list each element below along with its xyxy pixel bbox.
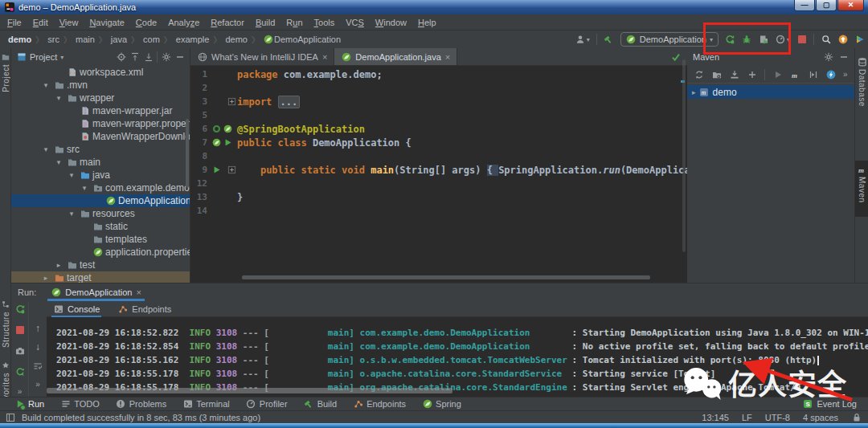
tab-endpoints[interactable]: Endpoints — [116, 301, 173, 317]
toolwindow-button-profiler[interactable]: Profiler — [246, 399, 288, 410]
code-area[interactable]: 1package com.example.demo;23import ...56… — [190, 66, 687, 283]
caret-position[interactable]: 13:145 — [702, 413, 729, 422]
maven-refresh-icon[interactable] — [694, 69, 704, 79]
execute-maven-goal-icon[interactable]: m — [790, 69, 800, 79]
next-occurrence-icon[interactable]: ↓ — [35, 342, 40, 352]
tool-window-tab-database[interactable]: Database — [855, 53, 868, 107]
gear-icon[interactable] — [823, 52, 833, 63]
toolwindow-button-spring[interactable]: Spring — [422, 399, 461, 410]
thread-dump-icon[interactable] — [14, 345, 25, 356]
menu-item-code[interactable]: Code — [130, 18, 162, 27]
gear-icon[interactable] — [161, 52, 171, 63]
editor-tab-demoapplication-java[interactable]: DemoApplication.java× — [334, 48, 457, 65]
console-output[interactable]: 2021-08-29 16:18:52.822 INFO 3108 --- [ … — [47, 317, 868, 397]
toolwindow-button-endpoints[interactable]: Endpoints — [353, 399, 406, 410]
offline-mode-icon[interactable] — [825, 69, 836, 79]
add-maven-project-icon[interactable] — [747, 69, 757, 79]
menu-item-vcs[interactable]: VCS — [340, 18, 370, 27]
menu-item-analyze[interactable]: Analyze — [162, 18, 205, 27]
toolwindow-button-problems[interactable]: Problems — [116, 399, 166, 410]
tree-item-src[interactable]: ▾src — [11, 143, 190, 156]
chevron-down-icon[interactable]: ▾ — [66, 210, 77, 218]
menu-item-tools[interactable]: Tools — [309, 18, 341, 27]
tab-console[interactable]: Console — [51, 301, 101, 317]
skip-tests-icon[interactable] — [808, 69, 818, 79]
breadcrumb-item[interactable]: demo — [225, 35, 248, 44]
editor-vertical-scrollbar[interactable] — [682, 59, 686, 252]
chevron-right-icon[interactable]: ▸ — [692, 88, 696, 96]
tree-item-demoapplication[interactable]: DemoApplication — [11, 194, 190, 207]
rerun-icon[interactable] — [14, 304, 25, 314]
chevron-down-icon[interactable]: ▾ — [40, 81, 51, 89]
tool-window-tab-structure[interactable]: Structure — [0, 299, 11, 348]
menu-item-build[interactable]: Build — [250, 18, 280, 27]
chevron-down-icon[interactable]: ▾ — [79, 184, 90, 192]
run-tab[interactable]: DemoApplication × — [47, 283, 145, 301]
toolwindow-button-terminal[interactable]: Terminal — [182, 399, 230, 410]
update-application-icon[interactable] — [14, 366, 25, 377]
user-icon[interactable] — [575, 35, 586, 45]
tree-item-target[interactable]: ▸target — [11, 271, 190, 283]
menu-item-window[interactable]: Window — [370, 18, 412, 27]
line-separator[interactable]: LF — [742, 413, 752, 422]
tool-window-tab-maven[interactable]: m Maven — [855, 161, 868, 217]
chevron-right-icon[interactable]: ▸ — [53, 261, 64, 269]
menu-item-navigate[interactable]: Navigate — [84, 18, 129, 27]
soft-wrap-icon[interactable] — [33, 361, 43, 371]
toolwindow-button-build[interactable]: Build — [304, 399, 337, 410]
collapse-all-icon[interactable] — [129, 52, 140, 63]
stop-icon[interactable] — [14, 324, 25, 335]
breadcrumb-item[interactable]: java — [111, 35, 127, 44]
breadcrumb-item[interactable]: src — [47, 35, 59, 44]
fold-marker-icon[interactable] — [227, 96, 237, 107]
lock-icon[interactable] — [851, 412, 862, 422]
chevron-right-icon[interactable]: ▸ — [40, 274, 51, 282]
breadcrumb-item[interactable]: example — [176, 35, 210, 44]
menu-item-file[interactable]: File — [2, 18, 27, 27]
editor-tab-what-s-new-in-intellij-idea[interactable]: What's New in IntelliJ IDEA× — [190, 48, 334, 65]
run-arrow-icon[interactable] — [223, 137, 233, 148]
tool-window-tab-project[interactable]: Project — [0, 51, 11, 92]
run-maven-goal-icon[interactable] — [772, 69, 783, 79]
project-scrollbar[interactable] — [186, 119, 189, 188]
build-hammer-icon[interactable] — [604, 35, 614, 45]
fold-marker-icon[interactable] — [227, 165, 237, 175]
minimize-button[interactable]: — — [794, 0, 815, 11]
coverage-button[interactable] — [759, 35, 769, 45]
hide-panel-icon[interactable] — [174, 52, 185, 63]
tool-window-toggle-icon[interactable] — [5, 412, 15, 422]
event-log-button[interactable]: S Event Log — [802, 399, 857, 410]
menu-item-view[interactable]: View — [54, 18, 84, 27]
toolwindow-button-run[interactable]: Run — [14, 399, 44, 410]
more-actions-icon[interactable]: » — [35, 380, 40, 389]
maven-project-row[interactable]: ▸ m demo — [687, 85, 854, 99]
profiler-button[interactable] — [776, 35, 786, 45]
close-button[interactable]: ✕ — [837, 0, 864, 11]
menu-item-edit[interactable]: Edit — [27, 18, 54, 27]
maximize-button[interactable]: ▢ — [816, 0, 837, 11]
tree-item-resources[interactable]: ▾resources — [11, 207, 190, 220]
prev-occurrence-icon[interactable]: ↑ — [35, 324, 40, 333]
file-encoding[interactable]: UTF-8 — [765, 413, 790, 422]
debug-button[interactable] — [742, 35, 752, 45]
chevron-down-icon[interactable]: ▾ — [40, 145, 51, 153]
project-panel-title[interactable]: Project — [30, 52, 57, 62]
menu-item-run[interactable]: Run — [280, 18, 308, 27]
menu-item-help[interactable]: Help — [412, 18, 442, 27]
play-gradient-icon[interactable] — [854, 35, 865, 45]
search-everywhere-icon[interactable] — [821, 35, 831, 45]
tree-item-workspace-xml[interactable]: workspace.xml — [11, 66, 190, 79]
tree-item-com-example-demo[interactable]: ▾com.example.demo — [11, 181, 190, 194]
breadcrumb-item[interactable]: demo — [8, 35, 31, 44]
locate-file-icon[interactable] — [116, 52, 126, 63]
tree-item-mavenwrapperdownloader-ja[interactable]: MavenWrapperDownloader.ja — [11, 130, 190, 143]
more-actions-icon[interactable]: » — [843, 70, 848, 79]
run-configuration-select[interactable]: DemoApplication ▾ — [620, 32, 719, 47]
update-notification-icon[interactable] — [837, 35, 848, 45]
hide-panel-icon[interactable] — [838, 52, 849, 63]
breadcrumb-item[interactable]: main — [76, 35, 95, 44]
expand-all-icon[interactable] — [143, 52, 154, 63]
tree-item-maven-wrapper-properties[interactable]: maven-wrapper.properties — [11, 117, 190, 130]
chevron-down-icon[interactable]: ▾ — [53, 94, 64, 102]
stop-button[interactable] — [796, 35, 807, 45]
